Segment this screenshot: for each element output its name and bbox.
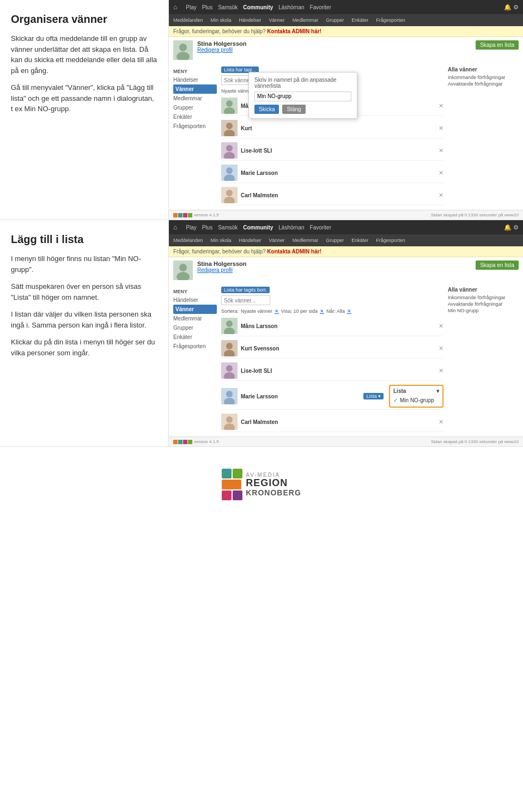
edit-profile-link-1[interactable]: Redigera profil — [197, 47, 246, 53]
friend-item-carl: Carl Malmsten ✕ — [221, 185, 443, 205]
subnav-meddelanden-1[interactable]: Meddelanden — [173, 17, 203, 23]
nav-play-1[interactable]: Play — [186, 4, 196, 10]
sort-nar-link-2[interactable]: ✕ — [347, 308, 351, 314]
create-list-btn-2[interactable]: Skapa en lista — [476, 260, 519, 270]
close-carl-2[interactable]: ✕ — [439, 419, 443, 426]
topnav-1: ⌂ Play Plus Samsök Community Läshörnan F… — [169, 0, 523, 14]
section2-para3: I listan där väljer du vilken lista pers… — [11, 309, 157, 330]
dialog-input-1[interactable] — [254, 92, 351, 101]
subnav-fragesporten-1[interactable]: Frågesporten — [376, 17, 405, 23]
section1-para1: Skickar du ofta meddelande till en grupp… — [11, 33, 157, 76]
avatar-mans-2 — [221, 318, 238, 334]
close-kurt-2[interactable]: ✕ — [439, 345, 443, 352]
nav-favoriter-2[interactable]: Favoriter — [310, 225, 331, 231]
subnav-enkater-1[interactable]: Enkäter — [351, 17, 368, 23]
admin-link-2[interactable]: Kontakta ADMIN här! — [267, 249, 321, 254]
subnav-grupper-2[interactable]: Grupper — [326, 238, 344, 243]
list-bar-2[interactable]: Lista har tagits bort. — [221, 287, 270, 293]
section2-para1: I menyn till höger finns nu listan "Min … — [11, 253, 157, 275]
dd-item-nogrupp[interactable]: Min NO-grupp — [393, 396, 439, 404]
close-kurt[interactable]: ✕ — [439, 125, 443, 132]
search-input-2[interactable] — [221, 295, 270, 305]
menu-vanner-1[interactable]: Vänner — [173, 84, 217, 94]
menu-medlemmar-1[interactable]: Medlemmar — [173, 94, 217, 103]
section-lagg-till: Lägg till i lista I menyn till höger fin… — [0, 220, 169, 446]
right-sidebar-2: Alla vänner Inkommande förfrågningar Avv… — [448, 287, 519, 432]
menu-enkater-1[interactable]: Enkäter — [173, 112, 217, 122]
menu-handelser-1[interactable]: Händelser — [173, 75, 217, 84]
close-carl[interactable]: ✕ — [439, 192, 443, 199]
dialog-close-btn-1[interactable]: Stäng — [282, 105, 305, 114]
subnav-vanner-1[interactable]: Vänner — [269, 17, 285, 23]
bell-icon-2: 🔔 ⚙ — [504, 224, 519, 231]
edit-profile-link-2[interactable]: Redigera profil — [197, 267, 246, 273]
subnav-fragesporten-2[interactable]: Frågesporten — [376, 238, 405, 243]
bell-icon-1: 🔔 ⚙ — [504, 4, 519, 11]
right-sidebar-label-1: Alla vänner — [448, 66, 519, 72]
menu-grupper-2[interactable]: Grupper — [173, 323, 217, 332]
create-list-btn-1[interactable]: Skapa en lista — [476, 40, 519, 50]
close-marie[interactable]: ✕ — [439, 169, 443, 177]
subnav-vanner-2[interactable]: Vänner — [269, 238, 285, 243]
menu-handelser-2[interactable]: Händelser — [173, 295, 217, 305]
nav-plus-1[interactable]: Plus — [202, 4, 212, 10]
nav-samsok-2[interactable]: Samsök — [218, 225, 238, 231]
close-liselott-2[interactable]: ✕ — [439, 367, 443, 374]
right-sidebar-item-2-1[interactable]: Inkommande förfrågningar — [448, 294, 519, 301]
browser-screenshot-2: ⌂ Play Plus Samsök Community Läshörnan F… — [169, 220, 523, 446]
subnav-meddelanden-2[interactable]: Meddelanden — [173, 238, 203, 243]
subnav-minskola-1[interactable]: Min skola — [211, 17, 232, 23]
sort-perpage-link-2[interactable]: ✕ — [320, 308, 324, 314]
close-mans[interactable]: ✕ — [439, 102, 443, 110]
svg-point-13 — [226, 167, 233, 174]
friend-name-marie: Marie Larsson — [241, 170, 278, 176]
lista-btn-marie[interactable]: Lista ▾ — [363, 393, 384, 399]
menu-grupper-1[interactable]: Grupper — [173, 103, 217, 112]
right-sidebar-item-2-2[interactable]: Avvaktande förfrågningar — [448, 301, 519, 307]
nav-community-1[interactable]: Community — [243, 4, 273, 10]
subnav-handelser-2[interactable]: Händelser — [239, 238, 262, 243]
avatar-2 — [173, 260, 193, 280]
create-list-dialog-1: Skriv in namnet på din anpassade vännerl… — [248, 72, 357, 119]
section1-para2: Gå till menyvalet "Vänner", klicka på "L… — [11, 82, 157, 114]
subnav-enkater-2[interactable]: Enkäter — [351, 238, 368, 243]
menu-fragesporten-2[interactable]: Frågesporten — [173, 342, 217, 351]
av-blocks — [222, 469, 242, 500]
nav-favoriter-1[interactable]: Favoriter — [310, 4, 331, 10]
section-organisera: Organisera vänner Skickar du ofta meddel… — [0, 0, 169, 220]
menu-medlemmar-2[interactable]: Medlemmar — [173, 314, 217, 323]
close-mans-2[interactable]: ✕ — [439, 323, 443, 330]
subnav-1: Meddelanden Min skola Händelser Vänner M… — [169, 14, 523, 26]
menu-fragesporten-1[interactable]: Frågesporten — [173, 122, 217, 131]
menu-enkater-2[interactable]: Enkäter — [173, 332, 217, 342]
profile-area-2: Stina Holgersson Redigera profil Skapa e… — [169, 257, 523, 282]
nav-plus-2[interactable]: Plus — [202, 225, 212, 231]
right-sidebar-item-2-3[interactable]: Min NO-grupp — [448, 307, 519, 314]
dd-arrow-marie[interactable]: ▾ — [436, 388, 439, 394]
dialog-label-1: Skriv in namnet på din anpassade vännerl… — [254, 77, 351, 89]
subnav-grupper-1[interactable]: Grupper — [326, 17, 344, 23]
nav-lashornan-1[interactable]: Läshörnan — [278, 4, 304, 10]
admin-link-1[interactable]: Kontakta ADMIN här! — [267, 28, 321, 34]
nav-lashornan-2[interactable]: Läshörnan — [278, 225, 304, 231]
subnav-handelser-1[interactable]: Händelser — [239, 17, 262, 23]
menu-vanner-2[interactable]: Vänner — [173, 305, 217, 314]
subnav-minskola-2[interactable]: Min skola — [211, 238, 232, 243]
nav-community-2[interactable]: Community — [243, 225, 273, 231]
friend-name-carl: Carl Malmsten — [241, 192, 278, 198]
subnav-medlemmar-2[interactable]: Medlemmar — [293, 238, 319, 243]
nav-play-2[interactable]: Play — [186, 225, 196, 231]
dialog-submit-btn-1[interactable]: Skicka — [254, 105, 279, 114]
profile-name-2: Stina Holgersson — [197, 260, 246, 267]
home-icon[interactable]: ⌂ — [173, 3, 177, 11]
av-block-teal — [222, 469, 232, 478]
home-icon-2[interactable]: ⌂ — [173, 223, 177, 231]
list-dropdown-marie: Lista ▾ Min NO-grupp — [389, 385, 443, 408]
nav-samsok-1[interactable]: Samsök — [218, 4, 238, 10]
sort-newest-link-2[interactable]: ✕ — [275, 308, 279, 314]
friend-list-2: Måns Larsson ✕ Kurt Svensson ✕ — [221, 316, 443, 432]
close-liselott[interactable]: ✕ — [439, 147, 443, 154]
right-sidebar-item-2[interactable]: Avvaktande förfrågningar — [448, 81, 519, 87]
right-sidebar-item-1[interactable]: Inkommande förfrågningar — [448, 74, 519, 81]
subnav-medlemmar-1[interactable]: Medlemmar — [293, 17, 319, 23]
